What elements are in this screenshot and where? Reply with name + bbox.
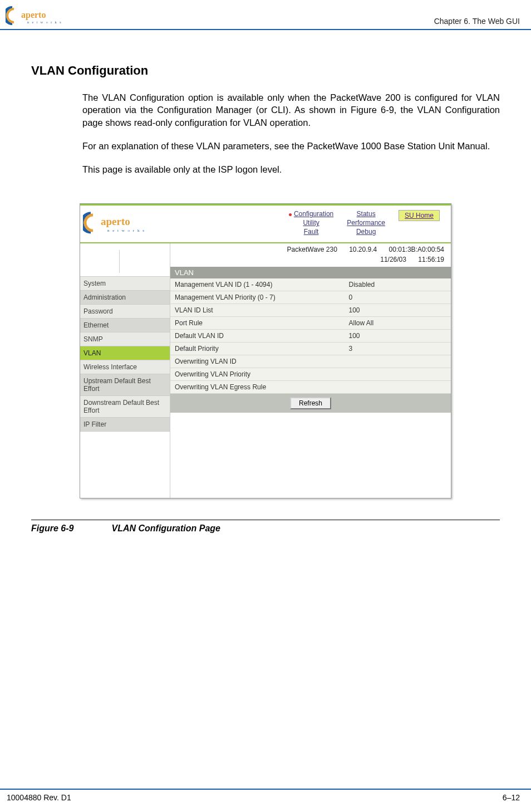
- row-value: 100: [344, 304, 451, 317]
- row-value: [344, 368, 451, 381]
- figure-number: Figure 6-9: [31, 524, 109, 534]
- sidebar-item-downstream[interactable]: Downstream Default Best Effort: [80, 396, 170, 418]
- row-value: 100: [344, 330, 451, 343]
- row-value: 0: [344, 291, 451, 304]
- screenshot-header: aperto n e t w o r k s Configuration Uti…: [80, 206, 451, 242]
- device-ip: 10.20.9.4: [349, 246, 377, 253]
- footer-doc-id: 10004880 Rev. D1: [7, 793, 71, 802]
- nav-link-fault[interactable]: Fault: [304, 228, 319, 236]
- row-label: Port Rule: [170, 317, 344, 330]
- sidebar-item-ethernet[interactable]: Ethernet: [80, 319, 170, 332]
- su-home-button[interactable]: SU Home: [399, 210, 440, 221]
- page-footer: 10004880 Rev. D1 6–12: [0, 789, 531, 802]
- table-row: Overwriting VLAN Priority: [170, 368, 451, 381]
- section-title: VLAN Configuration: [31, 63, 531, 78]
- row-label: Default Priority: [170, 343, 344, 355]
- nav-link-debug[interactable]: Debug: [356, 228, 376, 236]
- table-row: Default VLAN ID100: [170, 330, 451, 343]
- device-time: 11:56:19: [418, 256, 444, 263]
- spacer-line: [119, 250, 120, 273]
- button-row: Refresh: [170, 394, 451, 413]
- nav-link-configuration[interactable]: Configuration: [294, 210, 333, 218]
- figure-title: VLAN Configuration Page: [111, 524, 220, 533]
- row-label: Management VLAN Priority (0 - 7): [170, 291, 344, 304]
- su-home-link[interactable]: SU Home: [405, 212, 434, 219]
- footer-page-num: 6–12: [503, 793, 520, 802]
- device-meta-line-1: PacketWave 230 10.20.9.4 00:01:3B:A0:00:…: [170, 243, 451, 253]
- svg-text:n e t w o r k s: n e t w o r k s: [107, 228, 145, 233]
- row-label: Management VLAN ID (1 - 4094): [170, 278, 344, 291]
- row-label: Overwriting VLAN ID: [170, 355, 344, 368]
- row-label: Overwriting VLAN Egress Rule: [170, 381, 344, 394]
- row-label: VLAN ID List: [170, 304, 344, 317]
- row-value: 3: [344, 343, 451, 355]
- body-para-1: The VLAN Configuration option is availab…: [82, 91, 500, 129]
- nav-link-performance[interactable]: Performance: [347, 219, 385, 227]
- body-para-3: This page is available only at the ISP l…: [82, 163, 500, 175]
- sidebar-item-wireless[interactable]: Wireless Interface: [80, 360, 170, 374]
- vlan-table: Management VLAN ID (1 - 4094)Disabled Ma…: [170, 278, 451, 394]
- sidebar-item-administration[interactable]: Administration: [80, 291, 170, 305]
- body-para-2: For an explanation of these VLAN paramet…: [82, 140, 500, 152]
- row-label: Default VLAN ID: [170, 330, 344, 343]
- screenshot-content: System Administration Password Ethernet …: [80, 243, 451, 498]
- sidebar-item-vlan[interactable]: VLAN: [80, 346, 170, 360]
- device-name: PacketWave 230: [287, 246, 337, 253]
- table-row: Management VLAN ID (1 - 4094)Disabled: [170, 278, 451, 291]
- table-row: Overwriting VLAN ID: [170, 355, 451, 368]
- main-panel: PacketWave 230 10.20.9.4 00:01:3B:A0:00:…: [170, 243, 451, 498]
- device-date: 11/26/03: [380, 256, 406, 263]
- nav-link-utility[interactable]: Utility: [303, 219, 319, 227]
- row-label: Overwriting VLAN Priority: [170, 368, 344, 381]
- table-row: Port RuleAllow All: [170, 317, 451, 330]
- sidebar-item-upstream[interactable]: Upstream Default Best Effort: [80, 374, 170, 396]
- nav-link-status[interactable]: Status: [357, 210, 376, 218]
- sidebar-item-password[interactable]: Password: [80, 305, 170, 319]
- row-value: [344, 381, 451, 394]
- aperto-logo-small: aperto n e t w o r k s: [83, 211, 155, 236]
- sidebar-item-snmp[interactable]: SNMP: [80, 332, 170, 346]
- sidebar: System Administration Password Ethernet …: [80, 243, 170, 498]
- figure-rule: [31, 520, 500, 520]
- table-row: Overwriting VLAN Egress Rule: [170, 381, 451, 394]
- chapter-label: Chapter 6. The Web GUI: [434, 17, 520, 26]
- svg-text:aperto: aperto: [101, 216, 130, 227]
- table-row: Management VLAN Priority (0 - 7)0: [170, 291, 451, 304]
- device-meta-line-2: 11/26/03 11:56:19: [170, 253, 451, 263]
- figure-caption: Figure 6-9 VLAN Configuration Page: [31, 524, 500, 534]
- aperto-logo: aperto n e t w o r k s: [6, 6, 70, 26]
- svg-text:aperto: aperto: [21, 10, 46, 20]
- device-mac: 00:01:3B:A0:00:54: [389, 246, 444, 253]
- nav-col-1: Configuration Utility Fault: [289, 210, 333, 236]
- row-value: Allow All: [344, 317, 451, 330]
- panel-title: VLAN: [170, 267, 451, 278]
- nav-group: Configuration Utility Fault Status Perfo…: [289, 210, 440, 236]
- vlan-config-screenshot: aperto n e t w o r k s Configuration Uti…: [80, 203, 451, 498]
- table-row: Default Priority3: [170, 343, 451, 355]
- row-value: Disabled: [344, 278, 451, 291]
- sidebar-spacer: [80, 243, 170, 277]
- svg-text:n e t w o r k s: n e t w o r k s: [27, 21, 62, 24]
- refresh-button[interactable]: Refresh: [290, 397, 331, 409]
- current-page-dot-icon: [289, 213, 292, 216]
- table-row: VLAN ID List100: [170, 304, 451, 317]
- sidebar-item-system[interactable]: System: [80, 277, 170, 291]
- page-header: aperto n e t w o r k s Chapter 6. The We…: [0, 0, 531, 30]
- row-value: [344, 355, 451, 368]
- nav-col-2: Status Performance Debug: [347, 210, 385, 236]
- sidebar-item-ipfilter[interactable]: IP Filter: [80, 418, 170, 432]
